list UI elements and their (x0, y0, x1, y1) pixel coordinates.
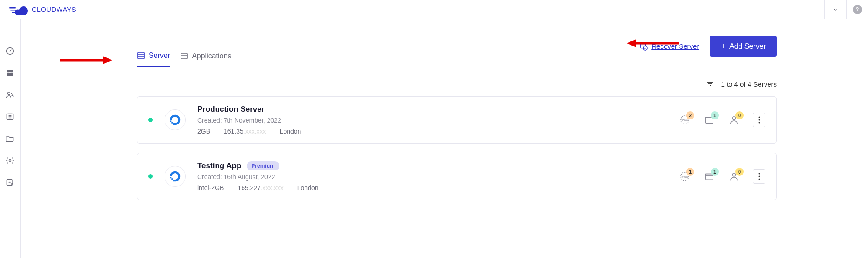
svg-rect-5 (7, 70, 10, 72)
svg-point-14 (9, 160, 11, 162)
svg-point-49 (759, 173, 760, 175)
svg-point-40 (759, 122, 760, 124)
recover-server-link[interactable]: Recover Server (640, 42, 699, 51)
server-menu-button[interactable] (753, 113, 765, 127)
filter-row: 1 to 4 of 4 Servers (21, 67, 868, 96)
svg-rect-6 (10, 70, 13, 72)
top-bar: CLOUDWAYS ? (0, 0, 868, 19)
tabs: Server Applications (137, 52, 231, 67)
svg-rect-19 (138, 52, 144, 59)
svg-rect-41 (173, 180, 175, 181)
help-icon: ? (853, 5, 862, 14)
server-menu-button[interactable] (753, 169, 765, 184)
svg-point-38 (759, 117, 760, 118)
provider-logo (165, 166, 186, 187)
page-header: Server Applications Recover Server + Add… (21, 19, 868, 67)
svg-rect-8 (10, 73, 13, 76)
server-card[interactable]: Testing App Premium Created: 16th August… (137, 153, 777, 200)
svg-point-51 (759, 179, 760, 180)
cloud-icon (8, 4, 29, 15)
gauge-icon[interactable] (5, 46, 15, 56)
window-icon (180, 52, 188, 60)
help-button[interactable]: ? (846, 0, 868, 19)
svg-rect-43 (170, 177, 172, 178)
server-ip: 161.35.xxx.xxx (224, 128, 266, 135)
gear-icon[interactable] (5, 156, 15, 165)
svg-rect-7 (7, 73, 10, 76)
status-dot-running (148, 174, 153, 179)
chevron-down-icon (832, 6, 839, 13)
brand-name: CLOUDWAYS (32, 6, 77, 13)
left-rail: $ (0, 19, 21, 258)
svg-rect-22 (181, 53, 187, 59)
server-name: Testing App (197, 161, 241, 170)
svg-text:www: www (681, 175, 688, 178)
svg-point-50 (759, 176, 760, 177)
status-dot-running (148, 118, 153, 122)
list-icon[interactable] (5, 112, 15, 121)
digitalocean-icon (169, 170, 181, 183)
digitalocean-icon (169, 114, 181, 126)
brand-logo[interactable]: CLOUDWAYS (8, 4, 77, 15)
account-dropdown[interactable] (824, 0, 846, 19)
tab-applications[interactable]: Applications (180, 52, 231, 67)
svg-point-39 (759, 119, 760, 121)
server-icon (137, 52, 145, 60)
svg-rect-0 (9, 7, 16, 9)
server-created: Created: 16th August, 2022 (197, 173, 667, 181)
server-list: Production Server Created: 7th November,… (21, 96, 868, 200)
tab-server-label: Server (149, 52, 170, 60)
provider-logo (165, 109, 186, 130)
server-card[interactable]: Production Server Created: 7th November,… (137, 96, 777, 144)
add-server-button[interactable]: + Add Server (710, 36, 777, 57)
premium-badge: Premium (247, 161, 279, 170)
apps-stat[interactable]: 1 (703, 114, 715, 126)
team-icon[interactable] (5, 90, 15, 99)
svg-point-26 (643, 46, 647, 50)
svg-text:$: $ (11, 182, 14, 187)
filter-icon[interactable] (706, 80, 714, 88)
server-location: London (297, 184, 319, 191)
folder-icon[interactable] (5, 134, 15, 143)
main-content: Server Applications Recover Server + Add… (21, 19, 868, 200)
server-location: London (280, 128, 301, 135)
plus-icon: + (721, 41, 726, 51)
svg-rect-32 (170, 120, 172, 122)
server-size: intel-2GB (197, 184, 224, 191)
grid-icon[interactable] (5, 68, 15, 77)
kebab-icon (758, 173, 760, 180)
server-count-text: 1 to 4 of 4 Servers (721, 80, 777, 88)
users-stat[interactable]: 0 (728, 114, 740, 126)
server-created: Created: 7th November, 2022 (197, 117, 667, 124)
kebab-icon (758, 116, 760, 124)
apps-stat[interactable]: 1 (703, 170, 715, 182)
svg-point-4 (10, 51, 11, 52)
recover-icon (640, 42, 648, 51)
svg-text:www: www (681, 119, 688, 122)
domains-stat[interactable]: www 2 (679, 114, 691, 126)
svg-point-9 (8, 92, 10, 95)
svg-rect-42 (171, 178, 173, 180)
svg-rect-2 (12, 12, 16, 13)
domains-stat[interactable]: www 1 (679, 170, 691, 182)
svg-point-37 (732, 117, 735, 120)
server-ip: 165.227.xxx.xxx (238, 184, 283, 191)
svg-rect-30 (173, 123, 175, 125)
svg-rect-1 (10, 10, 16, 11)
svg-rect-31 (171, 122, 173, 124)
billing-icon[interactable]: $ (5, 178, 15, 187)
tab-applications-label: Applications (192, 52, 231, 60)
users-stat[interactable]: 0 (728, 170, 740, 182)
server-size: 2GB (197, 128, 210, 135)
svg-point-48 (732, 173, 735, 176)
server-name: Production Server (197, 105, 264, 114)
tab-server[interactable]: Server (137, 52, 170, 67)
